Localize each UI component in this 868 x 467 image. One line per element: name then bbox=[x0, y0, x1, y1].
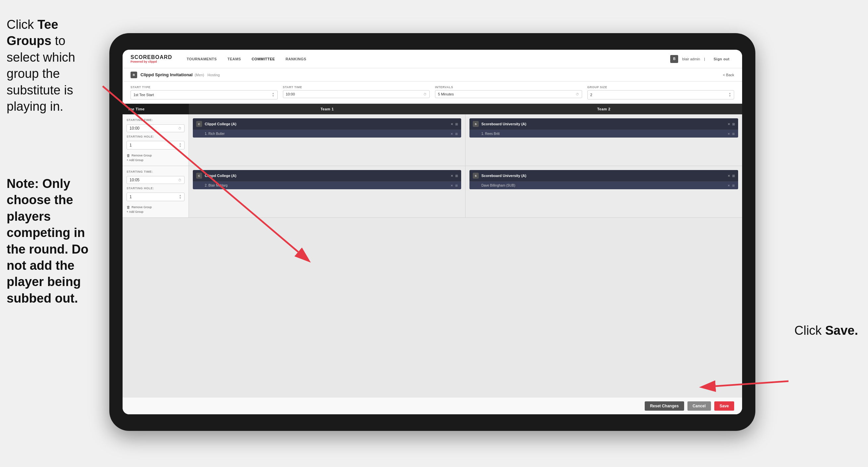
close-icon-t2-2[interactable]: ✕ bbox=[727, 174, 730, 178]
nav-rankings[interactable]: RANKINGS bbox=[281, 54, 311, 64]
remove-group-button-2[interactable]: 🗑 Remove Group bbox=[127, 205, 185, 209]
team1-card-header-2[interactable]: C Clippd College (A) ✕ ⊞ bbox=[193, 170, 461, 182]
team1-name-2: Clippd College (A) bbox=[205, 174, 448, 178]
nav-committee[interactable]: COMMITTEE bbox=[247, 54, 280, 64]
cancel-button[interactable]: Cancel bbox=[687, 401, 711, 411]
team1-card-header-1[interactable]: C Clippd College (A) ✕ ⊞ bbox=[193, 118, 461, 130]
player-close-icon-t2-2[interactable]: ✕ bbox=[727, 184, 730, 187]
team1-card-controls-1: ✕ ⊞ bbox=[451, 122, 458, 126]
player-expand-icon-t1-2[interactable]: ⊞ bbox=[455, 184, 458, 187]
starting-hole-value-1: 1 bbox=[129, 143, 132, 147]
tablet-screen: SCOREBOARD Powered by clippd TOURNAMENTS… bbox=[123, 50, 742, 414]
team2-card-header-2[interactable]: S Scoreboard University (A) ✕ ⊞ bbox=[469, 170, 738, 182]
player-close-icon-t1-1[interactable]: ✕ bbox=[451, 132, 453, 136]
starting-time-input-2[interactable]: 10:05 ⏱ bbox=[127, 176, 185, 184]
group-size-value: 2 bbox=[590, 93, 592, 97]
sub-header: B Clippd Spring Invitational (Men) Hosti… bbox=[123, 68, 742, 82]
team2-cell-2: S Scoreboard University (A) ✕ ⊞ Dave Bil… bbox=[465, 166, 742, 217]
time-panel-1: STARTING TIME: 10:00 ⏱ STARTING HOLE: 1 … bbox=[123, 114, 189, 166]
intervals-label: Intervals bbox=[435, 86, 582, 89]
app-logo: SCOREBOARD Powered by clippd bbox=[130, 55, 172, 63]
group-size-label: Group Size bbox=[587, 86, 735, 89]
table-row: STARTING TIME: 10:05 ⏱ STARTING HOLE: 1 … bbox=[123, 166, 742, 218]
player-expand-icon-t1-1[interactable]: ⊞ bbox=[455, 132, 458, 136]
hole-arrows-1: ▲▼ bbox=[179, 143, 182, 148]
team2-cell-1: S Scoreboard University (A) ✕ ⊞ 1. Rees … bbox=[465, 114, 742, 166]
tournament-name: Clippd Spring Invitational bbox=[141, 72, 192, 77]
instruction-click-text: Click bbox=[795, 323, 825, 338]
nav-links: TOURNAMENTS TEAMS COMMITTEE RANKINGS bbox=[182, 54, 671, 64]
start-time-field: Start Time 10:00 ⏱ bbox=[283, 86, 430, 99]
team1-name-1: Clippd College (A) bbox=[205, 122, 448, 126]
add-group-button-2[interactable]: + Add Group bbox=[127, 210, 185, 213]
team1-cell-2: C Clippd College (A) ✕ ⊞ 2. Blair McHarg bbox=[189, 166, 465, 217]
table-scroll-area[interactable]: STARTING TIME: 10:00 ⏱ STARTING HOLE: 1 … bbox=[123, 114, 742, 397]
nav-user-area: B blair admin | Sign out bbox=[670, 54, 734, 64]
save-button[interactable]: Save bbox=[714, 401, 734, 411]
start-time-label: Start Time bbox=[283, 86, 430, 89]
starting-time-input-1[interactable]: 10:00 ⏱ bbox=[127, 124, 185, 132]
sign-out-link[interactable]: Sign out bbox=[709, 54, 734, 64]
start-type-value: 1st Tee Start bbox=[133, 93, 154, 97]
action-bar: Reset Changes Cancel Save bbox=[123, 397, 742, 414]
table-row: STARTING TIME: 10:00 ⏱ STARTING HOLE: 1 … bbox=[123, 114, 742, 166]
team2-card-header-1[interactable]: S Scoreboard University (A) ✕ ⊞ bbox=[469, 118, 738, 130]
team1-header: Team 1 bbox=[189, 104, 465, 114]
group-size-arrows: ▲▼ bbox=[728, 92, 731, 97]
player-name-t2-2: Dave Billingham (SUB) bbox=[482, 184, 727, 187]
avatar: B bbox=[670, 55, 678, 63]
intervals-clock-icon: ⏱ bbox=[576, 92, 579, 96]
start-type-field: Start Type 1st Tee Start ▲▼ bbox=[130, 86, 278, 99]
player-close-icon-t1-2[interactable]: ✕ bbox=[451, 184, 453, 187]
group-size-input[interactable]: 2 ▲▼ bbox=[587, 90, 735, 99]
player-row-t1-2: 2. Blair McHarg ✕ ⊞ bbox=[193, 182, 461, 189]
team2-avatar-1: S bbox=[473, 121, 479, 127]
nav-tournaments[interactable]: TOURNAMENTS bbox=[182, 54, 222, 64]
intervals-input[interactable]: 5 Minutes ⏱ bbox=[435, 90, 582, 98]
tournament-icon: B bbox=[130, 71, 137, 78]
user-name: blair admin bbox=[682, 57, 700, 61]
close-icon-t1-1[interactable]: ✕ bbox=[451, 122, 453, 126]
expand-icon-t2-1[interactable]: ⊞ bbox=[732, 122, 735, 126]
tablet-frame: SCOREBOARD Powered by clippd TOURNAMENTS… bbox=[109, 33, 755, 431]
start-type-input[interactable]: 1st Tee Start ▲▼ bbox=[130, 90, 278, 99]
logo-subtitle: Powered by clippd bbox=[130, 60, 172, 63]
expand-icon-t2-2[interactable]: ⊞ bbox=[732, 174, 735, 178]
team1-avatar-2: C bbox=[196, 173, 202, 179]
remove-group-button-1[interactable]: 🗑 Remove Group bbox=[127, 153, 185, 157]
player-row-t2-1: 1. Rees Britt ✕ ⊞ bbox=[469, 130, 738, 138]
team2-card-2: S Scoreboard University (A) ✕ ⊞ Dave Bil… bbox=[469, 170, 738, 189]
time-panel-actions-1: 🗑 Remove Group + Add Group bbox=[127, 153, 185, 162]
team2-avatar-2: S bbox=[473, 173, 479, 179]
player-controls-t2-1: ✕ ⊞ bbox=[727, 132, 735, 136]
add-group-label-1: + Add Group bbox=[127, 158, 144, 162]
close-icon-t1-2[interactable]: ✕ bbox=[451, 174, 453, 178]
nav-teams[interactable]: TEAMS bbox=[223, 54, 246, 64]
team2-card-1: S Scoreboard University (A) ✕ ⊞ 1. Rees … bbox=[469, 118, 738, 138]
reset-changes-button[interactable]: Reset Changes bbox=[645, 401, 684, 411]
add-group-label-2: + Add Group bbox=[127, 210, 144, 213]
instruction-text-prefix: Click bbox=[7, 18, 37, 31]
player-expand-icon-t2-2[interactable]: ⊞ bbox=[732, 184, 735, 187]
team1-cell-1: C Clippd College (A) ✕ ⊞ 1. Rich Butler bbox=[189, 114, 465, 166]
team2-card-controls-2: ✕ ⊞ bbox=[727, 174, 735, 178]
player-expand-icon-t2-1[interactable]: ⊞ bbox=[732, 132, 735, 136]
expand-icon-t1-1[interactable]: ⊞ bbox=[455, 122, 458, 126]
expand-icon-t1-2[interactable]: ⊞ bbox=[455, 174, 458, 178]
starting-hole-label-1: STARTING HOLE: bbox=[127, 135, 185, 138]
add-group-button-1[interactable]: + Add Group bbox=[127, 158, 185, 162]
player-close-icon-t2-1[interactable]: ✕ bbox=[727, 132, 730, 136]
back-button[interactable]: < Back bbox=[723, 73, 734, 77]
starting-time-value-1: 10:00 bbox=[129, 126, 140, 130]
start-type-label: Start Type bbox=[130, 86, 278, 89]
remove-group-label-2: Remove Group bbox=[131, 205, 152, 209]
starting-hole-input-1[interactable]: 1 ▲▼ bbox=[127, 141, 185, 149]
player-row-t2-2: Dave Billingham (SUB) ✕ ⊞ bbox=[469, 182, 738, 189]
main-content: Start Type 1st Tee Start ▲▼ Start Time 1… bbox=[123, 82, 742, 414]
close-icon-t2-1[interactable]: ✕ bbox=[727, 122, 730, 126]
starting-hole-input-2[interactable]: 1 ▲▼ bbox=[127, 193, 185, 201]
team2-name-2: Scoreboard University (A) bbox=[482, 174, 725, 178]
time-panel-actions-2: 🗑 Remove Group + Add Group bbox=[127, 205, 185, 213]
start-time-input[interactable]: 10:00 ⏱ bbox=[283, 90, 430, 98]
starting-time-label-2: STARTING TIME: bbox=[127, 170, 185, 173]
